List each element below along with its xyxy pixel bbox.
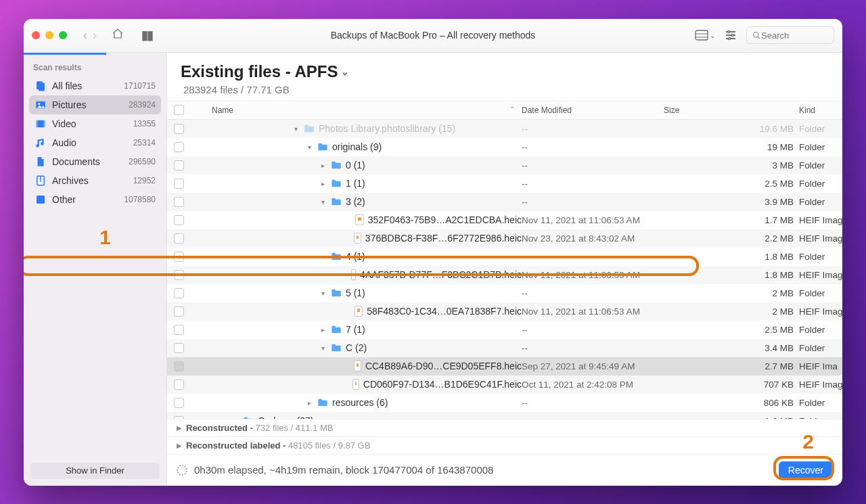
folder-row[interactable]: ▾3 (2)--3.9 MBFolder <box>167 193 842 211</box>
row-checkbox[interactable] <box>174 380 184 390</box>
search-input[interactable] <box>761 30 822 41</box>
row-name: 376BDBC8-F38F…6F2772E986.heic <box>365 233 522 244</box>
view-options-button[interactable]: ⌄ <box>695 30 715 41</box>
row-checkbox[interactable] <box>174 270 184 280</box>
folder-row[interactable]: ▾originals (9)--19 MBFolder <box>167 138 842 156</box>
row-date: Nov 11, 2021 at 11:06:53 AM <box>522 270 664 280</box>
page-title[interactable]: Existing files - APFS ⌄ <box>181 62 829 81</box>
col-header-kind[interactable]: Kind <box>799 106 842 115</box>
sidebar-item-count: 13355 <box>133 119 156 129</box>
row-date: -- <box>522 124 664 134</box>
disclosure-triangle-icon[interactable]: ▸ <box>319 180 327 187</box>
row-name: Orphans (27) <box>258 415 313 419</box>
col-header-size[interactable]: Size <box>664 106 799 115</box>
file-row[interactable]: 376BDBC8-F38F…6F2772E986.heicNov 23, 202… <box>167 229 842 248</box>
col-header-name[interactable]: Name⌃ <box>190 106 522 115</box>
file-row[interactable]: CD060F97-D134…B1D6E9C41F.heicOct 11, 202… <box>167 375 842 394</box>
disclosure-triangle-icon[interactable]: ▾ <box>319 290 327 297</box>
row-checkbox[interactable] <box>174 215 184 225</box>
disclosure-triangle-icon[interactable]: ▸ <box>305 399 313 407</box>
search-box[interactable] <box>746 26 834 44</box>
row-checkbox[interactable] <box>174 197 184 207</box>
row-kind: HEIF Imag <box>799 306 842 317</box>
reconstructed-labeled-label: Reconstructed labeled - <box>186 440 288 451</box>
close-window-button[interactable] <box>32 31 40 39</box>
row-name: 5 (1) <box>346 288 365 298</box>
sidebar-item-pictures[interactable]: Pictures283924 <box>29 95 161 114</box>
folder-row[interactable]: ▾5 (1)--2 MBFolder <box>167 284 842 302</box>
sidebar-item-archives[interactable]: Archives12952 <box>29 171 161 190</box>
folder-row[interactable]: ▸Orphans (27)--1.6 MBFolder <box>167 412 842 419</box>
row-checkbox[interactable] <box>174 233 184 244</box>
sidebar-item-documents[interactable]: Documents296590 <box>29 152 161 171</box>
row-date: -- <box>522 179 664 189</box>
folder-row[interactable]: ▸7 (1)--2.5 MBFolder <box>167 321 842 339</box>
folder-row[interactable]: ▾Photos Library.photoslibrary (15)--19.6… <box>167 120 842 138</box>
folder-row[interactable]: ▸resources (6)--806 KBFolder <box>167 394 842 412</box>
row-checkbox[interactable] <box>174 160 184 170</box>
row-name: CC4B89A6-D90…CE9D05EFF8.heic <box>365 361 522 371</box>
row-checkbox[interactable] <box>174 142 184 152</box>
disclosure-triangle-icon[interactable]: ▾ <box>305 143 313 151</box>
row-checkbox[interactable] <box>174 361 184 371</box>
minimize-window-button[interactable] <box>45 31 53 39</box>
row-name: 7 (1) <box>346 324 365 335</box>
file-row[interactable]: 58F483C0-1C34…0EA71838F7.heicNov 11, 202… <box>167 302 842 321</box>
row-checkbox[interactable] <box>174 124 184 134</box>
reconstructed-section[interactable]: ▶ Reconstructed - 732 files / 411.1 MB <box>167 419 842 436</box>
row-date: -- <box>522 197 664 207</box>
row-date: Sep 27, 2021 at 9:45:49 AM <box>522 361 664 371</box>
folder-row[interactable]: ▾C (2)--3.4 MBFolder <box>167 339 842 357</box>
row-size: 1.8 MB <box>664 252 799 262</box>
row-date: -- <box>522 343 664 353</box>
sidebar-section-title: Scan results <box>24 55 166 76</box>
pause-button[interactable]: ▮▮ <box>136 28 158 43</box>
sidebar-item-all-files[interactable]: All files1710715 <box>29 76 161 95</box>
file-row[interactable]: 4AAF357B-D77F…F3BC2C1D7B.heicNov 11, 202… <box>167 266 842 284</box>
row-date: Nov 11, 2021 at 11:06:53 AM <box>522 306 664 317</box>
folder-row[interactable]: ▾4 (1)--1.8 MBFolder <box>167 248 842 266</box>
recover-button[interactable]: Recover <box>779 461 833 479</box>
disclosure-triangle-icon[interactable]: ▸ <box>319 162 327 169</box>
zoom-window-button[interactable] <box>59 31 67 39</box>
col-header-date[interactable]: Date Modified <box>522 106 664 115</box>
reconstructed-labeled-section[interactable]: ▶ Reconstructed labeled - 48105 files / … <box>167 436 842 454</box>
sidebar-item-other[interactable]: Other1078580 <box>29 190 161 209</box>
disclosure-triangle-icon[interactable]: ▾ <box>292 125 300 133</box>
show-in-finder-button[interactable]: Show in Finder <box>30 463 160 479</box>
file-list[interactable]: ▾Photos Library.photoslibrary (15)--19.6… <box>167 120 842 419</box>
sidebar-item-count: 25314 <box>133 138 156 147</box>
video-icon <box>35 118 47 130</box>
back-button[interactable]: ‹ <box>81 28 90 43</box>
row-name: originals (9) <box>332 141 382 152</box>
row-checkbox[interactable] <box>174 179 184 189</box>
disclosure-triangle-icon[interactable]: ▸ <box>319 326 327 334</box>
disclosure-triangle-icon[interactable]: ▾ <box>319 198 327 206</box>
status-bar: 0h30m elapsed, ~4h19m remain, block 1704… <box>167 454 842 486</box>
page-title-text: Existing files - APFS <box>181 62 338 81</box>
disclosure-triangle-icon[interactable]: ▾ <box>319 344 327 352</box>
row-checkbox[interactable] <box>174 288 184 298</box>
disclosure-triangle-icon[interactable]: ▾ <box>319 253 327 260</box>
filter-button[interactable] <box>725 29 737 41</box>
reconstructed-meta: 732 files / 411.1 MB <box>256 423 334 433</box>
disclosure-triangle-icon[interactable]: ▸ <box>231 417 239 419</box>
row-checkbox[interactable] <box>174 416 184 419</box>
select-all-checkbox[interactable] <box>174 105 184 115</box>
row-checkbox[interactable] <box>174 325 184 335</box>
folder-row[interactable]: ▸0 (1)--3 MBFolder <box>167 156 842 175</box>
row-checkbox[interactable] <box>174 252 184 262</box>
folder-row[interactable]: ▸1 (1)--2.5 MBFolder <box>167 175 842 193</box>
row-checkbox[interactable] <box>174 343 184 353</box>
file-row[interactable]: CC4B89A6-D90…CE9D05EFF8.heicSep 27, 2021… <box>167 357 842 375</box>
row-size: 2.5 MB <box>664 325 799 335</box>
sidebar-item-audio[interactable]: Audio25314 <box>29 133 161 152</box>
row-checkbox[interactable] <box>174 306 184 317</box>
sidebar-item-video[interactable]: Video13355 <box>29 114 161 133</box>
row-size: 707 KB <box>664 380 799 390</box>
file-row[interactable]: 352F0463-75B9…A2C1EDCBA.heicNov 11, 2021… <box>167 211 842 229</box>
image-file-icon <box>351 269 356 280</box>
row-checkbox[interactable] <box>174 398 184 408</box>
forward-button[interactable]: › <box>90 28 99 43</box>
home-button[interactable] <box>106 28 129 43</box>
